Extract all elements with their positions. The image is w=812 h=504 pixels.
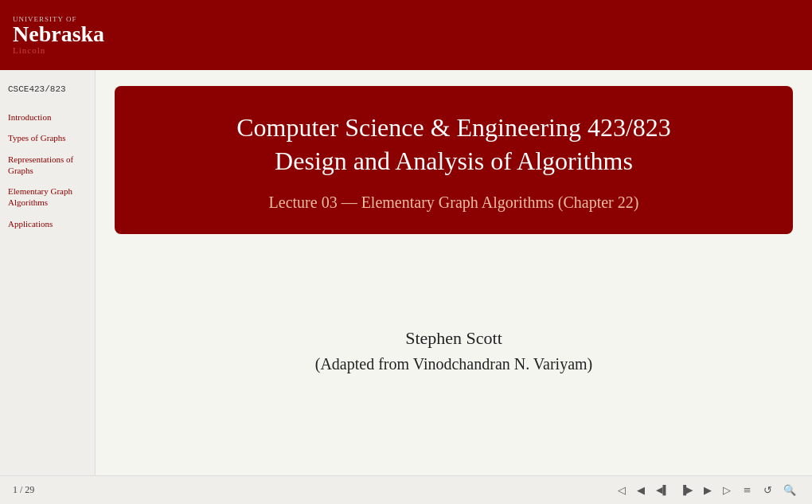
slide-area: Computer Science & Engineering 423/823 D… <box>96 70 812 475</box>
author-adapted: (Adapted from Vinodchandran N. Variyam) <box>315 355 593 373</box>
nav-reset-icon[interactable]: ↺ <box>760 483 775 498</box>
nav-prev-section-icon[interactable]: ◀▌ <box>653 483 672 497</box>
sidebar: CSCE423/823 Introduction Types of Graphs… <box>0 70 96 475</box>
slide-subtitle: Lecture 03 — Elementary Graph Algorithms… <box>146 193 761 212</box>
sidebar-item-types-of-graphs[interactable]: Types of Graphs <box>0 127 95 148</box>
nav-last-icon[interactable]: ▷ <box>720 483 734 498</box>
sidebar-item-elementary-graph-algorithms[interactable]: Elementary Graph Algorithms <box>0 181 95 213</box>
slide-title-line1: Computer Science & Engineering 423/823 <box>236 113 671 142</box>
logo-area: UNIVERSITY OF Nebraska Lincoln <box>13 15 104 55</box>
top-bar: UNIVERSITY OF Nebraska Lincoln <box>0 0 812 70</box>
nav-menu-icon[interactable]: ≡ <box>739 483 755 498</box>
logo-lincoln-text: Lincoln <box>13 45 45 55</box>
nav-prev-icon[interactable]: ◀ <box>634 483 648 498</box>
sidebar-item-representations-of-graphs[interactable]: Representations of Graphs <box>0 149 95 182</box>
nav-icons: ◁ ◀ ◀▌ ▐▶ ▶ ▷ ≡ ↺ 🔍 <box>615 483 799 498</box>
nav-next-icon[interactable]: ▶ <box>701 483 715 498</box>
slide-title-line2: Design and Analysis of Algorithms <box>275 147 633 175</box>
author-name: Stephen Scott <box>405 328 502 349</box>
nav-search-icon[interactable]: 🔍 <box>780 483 799 498</box>
logo-nebraska-text: Nebraska <box>13 23 104 45</box>
sidebar-course: CSCE423/823 <box>0 78 95 107</box>
sidebar-item-introduction[interactable]: Introduction <box>0 107 95 127</box>
nav-next-section-icon[interactable]: ▐▶ <box>677 483 696 497</box>
bottom-bar: 1 / 29 ◁ ◀ ◀▌ ▐▶ ▶ ▷ ≡ ↺ 🔍 <box>0 475 812 504</box>
slide-title: Computer Science & Engineering 423/823 D… <box>146 111 761 178</box>
nav-first-icon[interactable]: ◁ <box>615 483 629 498</box>
page-number: 1 / 29 <box>13 484 34 496</box>
main-area: CSCE423/823 Introduction Types of Graphs… <box>0 70 812 475</box>
sidebar-item-applications[interactable]: Applications <box>0 213 95 234</box>
title-box: Computer Science & Engineering 423/823 D… <box>115 86 793 234</box>
author-section: Stephen Scott (Adapted from Vinodchandra… <box>115 234 793 467</box>
